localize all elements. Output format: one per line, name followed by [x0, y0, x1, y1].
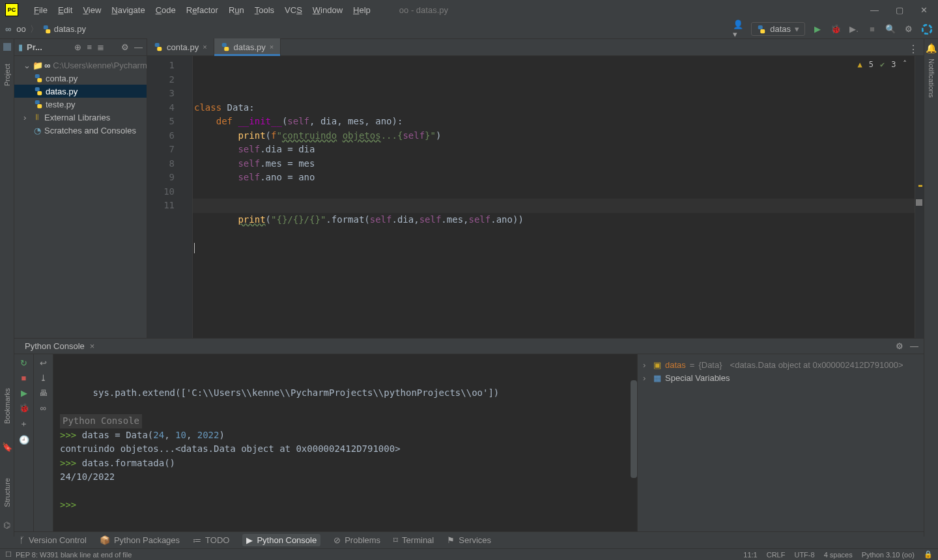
bottom-tool-python-packages[interactable]: 📦Python Packages [100, 535, 180, 545]
structure-icon[interactable]: ⌬ [3, 520, 10, 530]
bottom-tool-version-control[interactable]: ᚶVersion Control [20, 535, 87, 545]
project-tool-label[interactable]: Project [3, 64, 11, 86]
code-line[interactable]: class Data: [194, 101, 924, 115]
var-row-datas[interactable]: › ▣ datas = {Data} <datas.Data object at… [643, 358, 918, 371]
menu-vcs[interactable]: VCS [279, 5, 307, 15]
console-output[interactable]: sys.path.extend(['C:\\Users\\kenne\\Pych… [53, 354, 637, 537]
bottom-tool-terminal[interactable]: ⌑Terminal [393, 535, 434, 545]
status-icon[interactable]: ☐ [5, 550, 12, 559]
menu-file[interactable]: File [29, 5, 53, 15]
avatar-icon[interactable] [921, 23, 933, 35]
editor-body[interactable]: 1234567891011 class Data: def __init__(s… [147, 56, 924, 338]
bottom-tool-todo[interactable]: ≔TODO [193, 535, 229, 545]
console-tab[interactable]: Python Console [20, 340, 90, 352]
menu-navigate[interactable]: Navigate [106, 5, 150, 15]
console-settings-icon[interactable]: ⚙ [896, 341, 903, 351]
code-line[interactable] [194, 185, 924, 199]
add-config-icon[interactable]: 👤▾ [733, 23, 745, 35]
menu-window[interactable]: Window [307, 5, 348, 15]
project-tree[interactable]: ⌄ 📁 ∞ C:\Users\kenne\PycharmPr conta.pyd… [14, 56, 147, 338]
tree-file-datas-py[interactable]: datas.py [14, 85, 147, 98]
tree-scratches[interactable]: ◔ Scratches and Consoles [14, 124, 147, 137]
menu-view[interactable]: View [78, 5, 106, 15]
notifications-icon[interactable]: 🔔 [926, 43, 937, 53]
var-row-special[interactable]: › ▦ Special Variables [643, 371, 918, 384]
prev-highlight-icon[interactable]: ˆ [903, 60, 907, 69]
soft-wrap-icon[interactable]: ↩ [40, 358, 47, 368]
error-stripe[interactable] [915, 56, 924, 338]
close-tab-icon[interactable]: × [203, 43, 206, 51]
run-coverage-button[interactable]: ▶. [848, 23, 860, 35]
line-separator[interactable]: CRLF [767, 551, 786, 559]
tab-datas-py[interactable]: datas.py× [214, 38, 281, 55]
tree-root[interactable]: ⌄ 📁 ∞ C:\Users\kenne\PycharmPr [14, 59, 147, 72]
tabs-more-icon[interactable]: ⋮ [903, 43, 924, 55]
panel-settings-icon[interactable]: ⚙ [121, 42, 129, 52]
tree-external-libraries[interactable]: › ⫴ External Libraries [14, 111, 147, 124]
tree-file-conta-py[interactable]: conta.py [14, 72, 147, 85]
maximize-button[interactable]: ▢ [896, 5, 903, 15]
bookmarks-tool-label[interactable]: Bookmarks [3, 388, 11, 424]
minimize-button[interactable]: ― [870, 5, 879, 15]
menu-code[interactable]: Code [150, 5, 181, 15]
run-button[interactable]: ▶ [812, 23, 823, 35]
lock-icon[interactable]: 🔒 [924, 550, 933, 559]
code-line[interactable]: self.mes = mes [194, 157, 924, 171]
console-scrollbar[interactable] [631, 380, 637, 478]
menu-refactor[interactable]: Refactor [181, 5, 223, 15]
interpreter-status[interactable]: Python 3.10 (oo) [862, 551, 915, 559]
project-tool-icon[interactable] [3, 43, 11, 51]
bottom-tool-problems[interactable]: ⊘Problems [334, 535, 380, 545]
fold-column[interactable] [184, 56, 193, 338]
indent-status[interactable]: 4 spaces [824, 551, 853, 559]
bottom-tool-python-console[interactable]: ▶Python Console [242, 534, 320, 546]
notifications-label[interactable]: Notifications [928, 59, 935, 98]
scroll-end-icon[interactable]: ⤓ [40, 373, 47, 383]
select-opened-file-icon[interactable]: ⊕ [74, 42, 81, 52]
menu-run[interactable]: Run [223, 5, 249, 15]
new-console-icon[interactable]: ＋ [20, 418, 28, 430]
menu-edit[interactable]: Edit [53, 5, 78, 15]
history-icon[interactable]: 🕘 [19, 435, 29, 445]
code-line[interactable] [194, 227, 924, 241]
rerun-icon[interactable]: ↻ [20, 358, 27, 368]
resume-icon[interactable]: ▶ [21, 388, 27, 398]
stop-icon[interactable]: ■ [21, 373, 27, 383]
stop-button[interactable]: ■ [866, 23, 878, 35]
code-line[interactable]: def __init__(self, dia, mes, ano): [194, 115, 924, 129]
close-button[interactable]: ✕ [920, 5, 928, 15]
breadcrumb[interactable]: ∞ oo [5, 24, 26, 34]
inspections-widget[interactable]: ▲5 ✔3 ˆ ˇ [858, 60, 918, 69]
structure-tool-label[interactable]: Structure [3, 478, 11, 507]
file-encoding[interactable]: UTF-8 [794, 551, 814, 559]
bookmarks-icon[interactable]: 🔖 [2, 442, 12, 452]
breadcrumb-file[interactable]: datas.py [42, 24, 86, 34]
code-line[interactable]: print(f"contruindo objetos...{self}") [194, 129, 924, 143]
menu-tools[interactable]: Tools [249, 5, 279, 15]
code-line[interactable]: self.ano = ano [194, 171, 924, 185]
caret-position[interactable]: 11:1 [743, 551, 757, 559]
settings-icon[interactable]: ⚙ [903, 23, 915, 35]
panel-hide-icon[interactable]: — [134, 42, 143, 52]
print-icon[interactable]: 🖶 [39, 388, 48, 398]
tree-file-teste-py[interactable]: teste.py [14, 98, 147, 111]
code-area[interactable]: class Data: def __init__(self, dia, mes,… [193, 56, 924, 338]
line-gutter[interactable]: 1234567891011 [147, 56, 184, 338]
code-line[interactable]: print("{}/{}/{}".format(self.dia,self.me… [194, 213, 924, 227]
close-tab-icon[interactable]: × [270, 43, 274, 51]
expand-all-icon[interactable]: ≡ [87, 42, 92, 52]
tab-conta-py[interactable]: conta.py× [147, 38, 214, 55]
run-config-selector[interactable]: datas ▾ [751, 22, 805, 36]
bottom-tool-services[interactable]: ⚑Services [447, 535, 491, 545]
menu-help[interactable]: Help [348, 5, 376, 15]
collapse-all-icon[interactable]: ≣ [97, 42, 104, 52]
variables-icon[interactable]: ∞ [40, 403, 46, 413]
debug-button[interactable]: 🐞 [830, 23, 842, 35]
debug-console-icon[interactable]: 🐞 [19, 403, 29, 413]
code-line[interactable] [194, 241, 924, 255]
console-variables[interactable]: › ▣ datas = {Data} <datas.Data object at… [637, 354, 924, 537]
code-line[interactable]: self.dia = dia [194, 143, 924, 157]
search-icon[interactable]: 🔍 [885, 23, 896, 35]
close-tab-icon[interactable]: × [90, 341, 95, 351]
console-hide-icon[interactable]: — [910, 341, 918, 351]
